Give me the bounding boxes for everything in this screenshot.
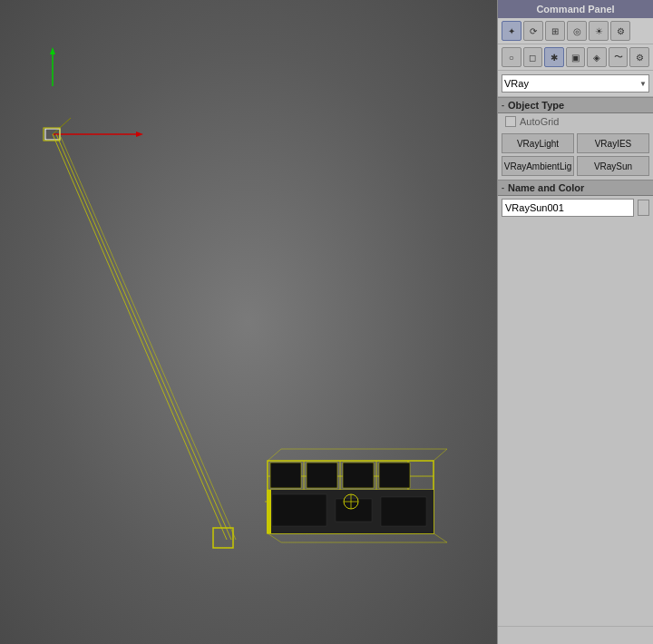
svg-line-32 [268,533,281,542]
geometry-icon[interactable]: ◻ [523,47,543,67]
light-icon[interactable]: ✱ [544,47,564,67]
utilities-icon[interactable]: ⚙ [610,21,630,41]
svg-line-30 [434,449,447,461]
svg-marker-3 [136,132,143,137]
create-icon[interactable]: ✦ [502,21,521,41]
svg-line-6 [53,134,227,540]
system-icon[interactable]: ⚙ [629,47,649,67]
vray-ies-btn[interactable]: VRayIES [577,133,649,153]
vray-light-btn[interactable]: VRayLight [502,133,574,153]
panel-spacer [498,220,653,626]
svg-rect-20 [343,463,374,488]
name-input[interactable] [502,199,634,217]
svg-rect-18 [270,463,301,488]
toolbar-row-2: ○ ◻ ✱ ▣ ◈ 〜 ⚙ [498,44,653,71]
svg-rect-35 [267,490,271,533]
spacewarp-icon[interactable]: 〜 [609,47,629,67]
object-type-btn-grid: VRayLight VRayIES VRayAmbientLig VRaySun [498,130,653,180]
command-panel: Command Panel ✦ ⟳ ⊞ ◎ ☀ ⚙ ○ ◻ ✱ ▣ ◈ 〜 ⚙ … [497,0,653,644]
vray-dropdown[interactable]: VRay Standard mental ray [502,74,649,93]
3d-viewport[interactable] [0,0,497,644]
name-color-section-header: - Name and Color [498,180,653,196]
autogrid-checkbox[interactable] [505,116,516,127]
object-type-section-header: - Object Type [498,97,653,113]
toolbar-row-1: ✦ ⟳ ⊞ ◎ ☀ ⚙ [498,18,653,44]
modify-icon[interactable]: ⟳ [523,21,543,41]
panel-bottom [498,626,653,644]
svg-rect-21 [379,463,410,488]
motion-icon[interactable]: ◎ [567,21,587,41]
svg-line-7 [56,134,231,540]
svg-rect-24 [336,499,372,522]
camera-icon[interactable]: ▣ [566,47,586,67]
object-type-title: Object Type [508,100,564,111]
autogrid-row: AutoGrid [498,113,653,130]
name-color-row [498,196,653,220]
svg-line-29 [268,449,281,461]
vray-sun-btn[interactable]: VRaySun [577,156,649,176]
vray-ambient-btn[interactable]: VRayAmbientLig [502,156,574,176]
dropdown-row: VRay Standard mental ray ▼ [498,71,653,97]
svg-line-33 [434,533,447,542]
name-color-collapse-icon[interactable]: - [502,183,504,192]
svg-marker-1 [50,47,55,54]
svg-line-4 [53,118,71,134]
svg-rect-19 [307,463,337,488]
helper-icon[interactable]: ◈ [587,47,607,67]
name-color-title: Name and Color [508,182,584,193]
svg-rect-23 [272,494,326,526]
sphere-icon[interactable]: ○ [502,47,521,67]
svg-line-8 [61,137,236,540]
panel-title: Command Panel [498,0,653,18]
display-icon[interactable]: ☀ [589,21,609,41]
color-swatch[interactable] [638,200,649,216]
svg-rect-25 [381,497,426,526]
autogrid-label: AutoGrid [520,116,559,127]
collapse-icon[interactable]: - [502,101,504,110]
hierarchy-icon[interactable]: ⊞ [545,21,565,41]
